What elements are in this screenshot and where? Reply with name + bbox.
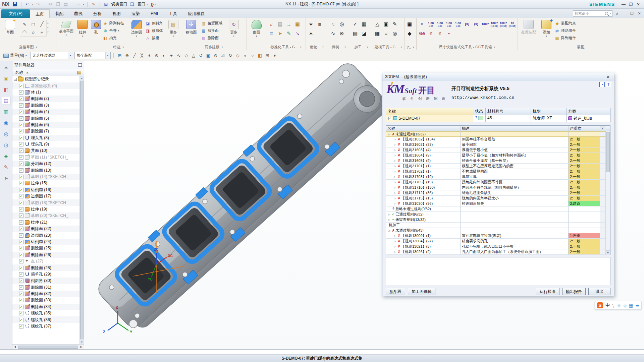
- std-tool-button[interactable]: ≣: [267, 29, 275, 38]
- resource-bar-button[interactable]: ∗: [2, 64, 10, 72]
- part-row[interactable]: ✓ S-DEMO-07 ? 45 陈老师_XF 铸造_机加: [386, 115, 610, 122]
- add-component-button[interactable]: 添加▾: [539, 19, 554, 37]
- tree-item[interactable]: − ✓ 拉伸 (21): [12, 219, 79, 226]
- rules-col-severity[interactable]: 严重度: [569, 126, 600, 131]
- visibility-checkbox[interactable]: ✓: [19, 292, 23, 296]
- visibility-checkbox[interactable]: ✓: [19, 305, 23, 309]
- dimension-format-button[interactable]: [X]: [463, 20, 471, 28]
- expand-twisty[interactable]: ▷: [393, 169, 397, 174]
- ime-button[interactable]: ▦: [629, 303, 633, 308]
- tree-item[interactable]: − ✓ 删除面 (6): [12, 122, 79, 128]
- tree-item[interactable]: − ✓ 删除面 (33): [12, 297, 79, 303]
- border-bar-button[interactable]: ↺: [198, 52, 205, 59]
- std-tool-button[interactable]: ▣: [293, 20, 302, 28]
- ime-button[interactable]: ☰: [635, 303, 639, 308]
- visibility-checkbox[interactable]: ✓: [19, 168, 23, 173]
- visibility-checkbox[interactable]: ✓: [19, 318, 23, 322]
- tree-item[interactable]: − ✓ 分割面 (12): [12, 161, 79, 167]
- col-material[interactable]: 材料牌号: [486, 108, 531, 115]
- expand-twisty[interactable]: ▷: [393, 185, 397, 190]
- tree-item[interactable]: − ✓ 草图 (14) "SKETCH_: [12, 174, 79, 180]
- visibility-checkbox[interactable]: ✓: [19, 84, 23, 88]
- group-dialog-launcher[interactable]: ▾: [367, 46, 368, 49]
- tree-item[interactable]: − ✓ 删除面 (32): [12, 291, 79, 297]
- run-check-button[interactable]: 运行检查: [536, 288, 559, 295]
- border-bar-button[interactable]: ◐: [161, 52, 168, 59]
- group-dialog-launcher[interactable]: ▾: [322, 46, 324, 49]
- rule-row[interactable]: ▷ 【规则31701】(1) 模型上不在壁厚规定范围内的面 2:一般: [386, 164, 610, 169]
- dimension-format-button[interactable]: 10H7: [481, 20, 489, 28]
- gear-tool-button[interactable]: ≡: [316, 20, 324, 28]
- border-bar-button[interactable]: ○: [249, 52, 256, 59]
- sketch-tool-button[interactable]: ◠: [22, 29, 26, 35]
- visibility-checkbox[interactable]: ✓: [19, 90, 23, 95]
- border-bar-button[interactable]: ╱: [131, 52, 138, 59]
- tree-item[interactable]: − ✓ 删除面 (31): [12, 284, 79, 291]
- rule-row[interactable]: ▷ 【规则31032】(134) 倒圆半径不符合规范 2:一般: [386, 137, 610, 142]
- tree-item[interactable]: − ✓ 体 (1): [12, 89, 79, 96]
- std-tool-button[interactable]: →: [285, 20, 293, 28]
- rule-row[interactable]: ▷ 【规则31030】(36) 铸造圆角缺失 3:建议: [386, 201, 610, 206]
- close-button[interactable]: ✕: [635, 2, 642, 7]
- visibility-checkbox[interactable]: ✓: [19, 129, 23, 133]
- offset-region-button[interactable]: ▥偏置区域: [201, 20, 226, 26]
- border-bar-button[interactable]: ▾: [271, 52, 278, 59]
- expand-twisty[interactable]: ▷: [393, 174, 397, 179]
- assembly-constraint-button[interactable]: ◆装配约束: [554, 20, 582, 26]
- ribbon-tab[interactable]: 分析: [88, 9, 107, 18]
- dimension-format-button[interactable]: ↩: [445, 29, 453, 38]
- group-dialog-launcher[interactable]: ▾: [36, 46, 37, 49]
- visibility-checkbox[interactable]: ✓: [19, 175, 23, 179]
- std-tool-button[interactable]: #: [267, 20, 275, 28]
- rule-row[interactable]: ▷ 未通过规则(13/32): [386, 131, 610, 137]
- tree-item[interactable]: − ✓ 边倒圆 (16): [12, 187, 79, 193]
- border-bar-button[interactable]: △: [190, 52, 197, 59]
- rule-row[interactable]: ▷ 【规则31603】(4) 厚度低于最小值 2:一般: [386, 147, 610, 153]
- visibility-checkbox[interactable]: ✓: [19, 136, 23, 140]
- rule-row[interactable]: ▷ 【规则31604】(9) 壁厚小于最小值（相对材料和铸件面积） 2:一般: [386, 153, 610, 158]
- std-tool-button[interactable]: ➤: [276, 29, 284, 38]
- visibility-checkbox[interactable]: ✓: [19, 233, 23, 238]
- visibility-checkbox[interactable]: ✓: [19, 246, 23, 250]
- misc-tool-button[interactable]: ◆: [406, 29, 414, 38]
- misc-tool-button[interactable]: ▣: [406, 20, 414, 28]
- help-icon[interactable]: ?: [606, 82, 611, 87]
- paste-button[interactable]: ▤: [63, 1, 69, 7]
- rule-row[interactable]: ▷ 【规则31702】(1) 不构成壁厚的面 2:一般: [386, 169, 610, 174]
- gear-tool-button[interactable]: ∗: [307, 20, 315, 28]
- tree-item[interactable]: − ✓ 边倒圆 (23): [12, 232, 79, 238]
- selection-filter-combo[interactable]: 无选择过滤器▾: [30, 52, 73, 59]
- spring-tool-button[interactable]: ⊗: [338, 29, 346, 38]
- graphics-viewport[interactable]: XC YC ZC X Y Z 3DD: [84, 61, 644, 349]
- visibility-checkbox[interactable]: ✓: [19, 324, 23, 328]
- unite-button[interactable]: ⊕合并▾: [103, 27, 128, 34]
- group-dialog-launcher[interactable]: ▾: [300, 46, 302, 49]
- tree-item[interactable]: − ✓ 删除面 (26): [12, 252, 79, 258]
- scrollbar-thumb[interactable]: [18, 346, 78, 349]
- visibility-checkbox[interactable]: ✓: [19, 259, 23, 263]
- visibility-checkbox[interactable]: ✓: [19, 266, 23, 270]
- tree-item[interactable]: − ✓ 简单孔 (29): [12, 271, 79, 278]
- tree-item[interactable]: − ✓ 共面 (10): [12, 147, 79, 154]
- settings-icon[interactable]: ◔: [599, 82, 605, 87]
- border-bar-button[interactable]: ↻: [227, 52, 234, 59]
- modeling-tool-button[interactable]: ✎: [391, 20, 399, 28]
- border-bar-button[interactable]: ∿: [175, 52, 182, 59]
- rule-row[interactable]: ▷ 【规则31715】(15) 锐角的内圆角半径太小 2:一般: [386, 196, 610, 201]
- rules-scroll-up[interactable]: ▲: [600, 126, 605, 131]
- expand-twisty[interactable]: ▷: [393, 196, 397, 201]
- sketch-tool-button[interactable]: ╱: [40, 21, 43, 27]
- undock-panel-button[interactable]: [78, 63, 82, 67]
- command-search-input[interactable]: 搜索命令 ▾: [573, 10, 612, 17]
- resource-bar-button[interactable]: ◧: [2, 86, 10, 94]
- visibility-checkbox[interactable]: ✓: [19, 97, 23, 101]
- tree-item[interactable]: − ✓ 删除面 (28): [12, 264, 79, 271]
- scroll-left-arrow[interactable]: ◀: [12, 346, 17, 348]
- rule-row[interactable]: ▷ 已通过规则(6/32): [386, 212, 610, 217]
- rule-row[interactable]: ▷ 【规则31605】(9) 铸造件最小厚度（基于长度） 2:一般: [386, 158, 610, 164]
- expand-twisty[interactable]: ▷: [387, 132, 391, 136]
- machining-tool-button[interactable]: ▦: [360, 20, 368, 28]
- visibility-checkbox[interactable]: ✓: [19, 279, 23, 283]
- dimension-format-button[interactable]: 10H7(8.015): [499, 20, 507, 28]
- rules-vertical-scrollbar[interactable]: ▼: [605, 131, 610, 255]
